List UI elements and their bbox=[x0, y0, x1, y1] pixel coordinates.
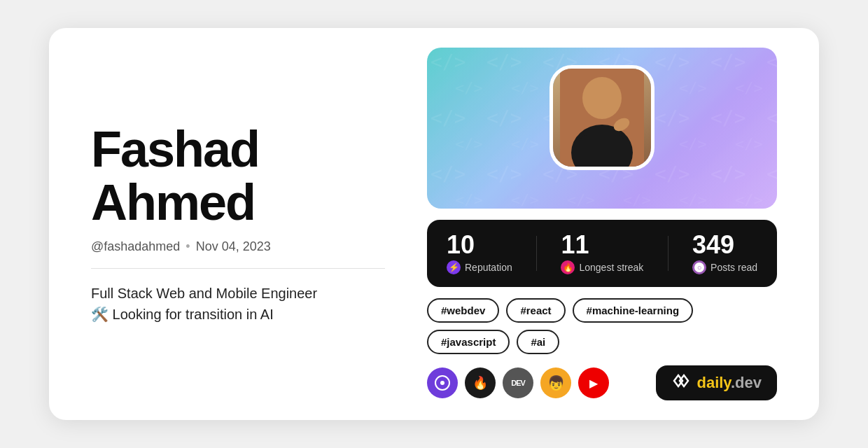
tag-javascript[interactable]: #javascript bbox=[427, 330, 510, 354]
daily-dev-social-icon[interactable] bbox=[427, 368, 458, 398]
stats-bar: 10 ⚡ Reputation 11 🔥 Longest streak 349 … bbox=[427, 220, 777, 287]
brand-logo-icon bbox=[671, 372, 691, 393]
reputation-label: Reputation bbox=[465, 262, 512, 273]
posts-label-row: ○ Posts read bbox=[692, 260, 757, 274]
reputation-stat: 10 ⚡ Reputation bbox=[447, 232, 512, 274]
profile-card: Fashad Ahmed @fashadahmed • Nov 04, 2023… bbox=[49, 28, 819, 420]
divider bbox=[91, 268, 385, 269]
social-icons: 🔥 DEV 👦 ▶ bbox=[427, 368, 609, 398]
streak-stat: 11 🔥 Longest streak bbox=[561, 232, 643, 274]
right-section: </> </> bbox=[427, 48, 777, 400]
left-section: Fashad Ahmed @fashadahmed • Nov 04, 2023… bbox=[91, 123, 385, 324]
tags-section: #webdev #react #machine-learning #javasc… bbox=[427, 298, 777, 354]
youtube-social-icon[interactable]: ▶ bbox=[578, 368, 609, 398]
posts-stat: 349 ○ Posts read bbox=[692, 232, 757, 274]
daily-dev-brand-logo: daily.dev bbox=[656, 365, 777, 400]
streak-value: 11 bbox=[561, 232, 643, 258]
last-name: Ahmed bbox=[91, 174, 255, 230]
svg-rect-6 bbox=[580, 135, 624, 167]
svg-point-9 bbox=[440, 381, 444, 385]
avatar-image bbox=[553, 69, 651, 167]
freecodecamp-social-icon[interactable]: 🔥 bbox=[465, 368, 496, 398]
streak-label: Longest streak bbox=[579, 262, 643, 273]
reputation-label-row: ⚡ Reputation bbox=[447, 260, 512, 274]
separator-dot: • bbox=[186, 239, 190, 254]
handle-row: @fashadahmed • Nov 04, 2023 bbox=[91, 239, 385, 254]
user-name: Fashad Ahmed bbox=[91, 123, 385, 229]
stat-divider-1 bbox=[536, 236, 537, 271]
profile-banner: </> </> bbox=[427, 48, 777, 209]
social-brand-row: 🔥 DEV 👦 ▶ daily.dev bbox=[427, 365, 777, 400]
posts-icon: ○ bbox=[692, 260, 706, 274]
brand-suffix: .dev bbox=[731, 374, 762, 391]
user-handle[interactable]: @fashadahmed bbox=[91, 239, 180, 254]
avatar-social-icon[interactable]: 👦 bbox=[540, 368, 571, 398]
tag-react[interactable]: #react bbox=[506, 298, 565, 323]
svg-point-4 bbox=[582, 77, 622, 119]
first-name: Fashad bbox=[91, 121, 259, 177]
streak-icon: 🔥 bbox=[561, 260, 575, 274]
bio-text: Full Stack Web and Mobile Engineer🛠️ Loo… bbox=[91, 283, 385, 325]
devto-social-icon[interactable]: DEV bbox=[503, 368, 533, 398]
posts-label: Posts read bbox=[710, 262, 757, 273]
join-date: Nov 04, 2023 bbox=[196, 239, 271, 254]
tag-ai[interactable]: #ai bbox=[517, 330, 559, 354]
reputation-icon: ⚡ bbox=[447, 260, 461, 274]
avatar bbox=[550, 65, 654, 170]
posts-value: 349 bbox=[692, 232, 757, 258]
tag-webdev[interactable]: #webdev bbox=[427, 298, 499, 323]
brand-logo-text: daily.dev bbox=[696, 374, 762, 392]
stat-divider-2 bbox=[668, 236, 668, 271]
streak-label-row: 🔥 Longest streak bbox=[561, 260, 643, 274]
tag-machine-learning[interactable]: #machine-learning bbox=[573, 298, 694, 323]
brand-name: daily bbox=[696, 374, 731, 391]
reputation-value: 10 bbox=[447, 232, 512, 258]
